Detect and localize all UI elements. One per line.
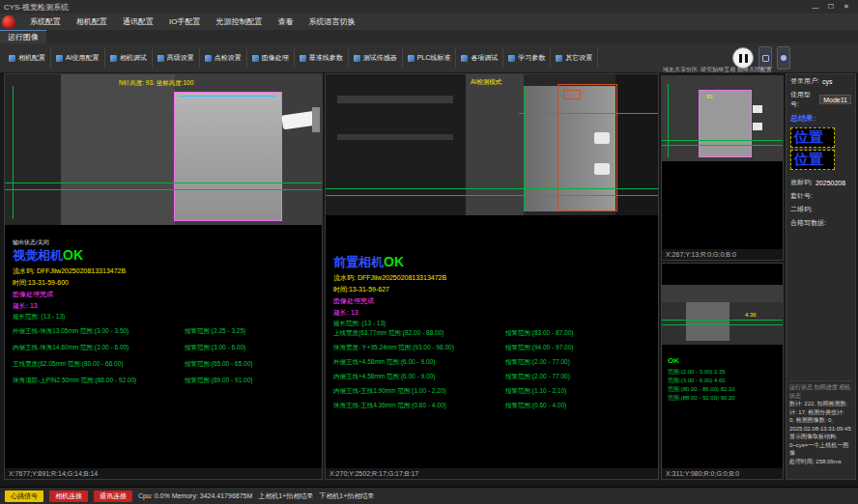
small-camera-panel-1: 93 X:267;Y:13;R:0;G:0;B:0 [661,75,784,261]
snapshot-icon [762,55,769,62]
left-measure-line-1 [5,182,322,183]
small2-result-ok: OK [668,356,679,365]
left-process-done: 图像处理完成 [13,290,126,299]
small2-line: 范围:(3.00 - 6.00) 4.60 [668,377,735,385]
code-value: 20250208 [815,180,845,186]
left-measure-line-3 [13,86,14,219]
login-label: 登录用户: [790,76,819,86]
menu-language[interactable]: 系统语言切换 [301,14,361,30]
small2-pixel-coords: X:311;Y:980;R:0;G:0;B:0 [662,468,783,479]
center-overlay-label: AI检测模式 [471,78,501,87]
center-machine-strip2 [337,134,453,140]
menu-io-config[interactable]: IO手配置 [162,14,207,30]
model-select[interactable]: Mode11 [819,95,851,104]
center-bright-spot-1 [594,132,610,144]
left-camera-view[interactable]: N针高度: 93. 坐标高度:100 [5,74,322,225]
center-measure-line-3 [519,113,658,114]
menu-light-config[interactable]: 光源控制配置 [209,14,269,30]
tool-camera-debug[interactable]: 相机调试 [105,48,153,68]
tool-camera-config[interactable]: 相机配置 [4,48,51,68]
small2-line: 范围:(88.00 - 92.00) 90.20 [668,394,735,403]
center-camera-view[interactable]: AI检测模式 [326,74,658,215]
small1-measure-line-3 [668,84,669,157]
left-measure-line-2 [5,189,322,190]
left-edge-line [179,96,275,97]
tool-advanced-settings[interactable]: 高级设置 [153,48,200,68]
menu-view[interactable]: 查看 [271,14,300,30]
qr-row: 二维码: [786,203,855,216]
close-button[interactable]: ✕ [839,1,854,13]
center-bright-spot-2 [594,163,610,175]
measurement-row: 珠海顶部-上PIN2.50mm 范围:(88.00 - 92.00)报警范围:(… [13,377,316,385]
tool-image-process[interactable]: 图像处理 [247,48,295,68]
center-machine-strip1 [337,96,453,103]
debug-items-icon [461,55,468,62]
comm-status-badge: 通讯连接 [94,490,132,502]
left-serial: 流水码: DFFJiiw2025020813313472B [13,266,126,276]
ai-config-icon [56,55,63,62]
menu-camera-config[interactable]: 相机配置 [70,14,114,30]
title-bar: CYS-视觉检测系统 — ☐ ✕ [0,0,858,14]
measurement-row: 珠海王线-王线4.36mm 范围:(0.60 - 4.00)报警范围:(0.60… [333,402,652,410]
spotcheck-icon [205,55,212,62]
center-range: 规长范围: (13 - 13) [333,320,446,328]
plc-standard-icon [408,55,415,62]
center-measurements: 上线宽度(63.77mm 范围:(82.00 - 88.00)报警范围:(83.… [333,329,652,416]
tool-baseline-params[interactable]: 基准线参数 [295,48,349,68]
tool-ai-config[interactable]: AI使用配置 [51,48,105,68]
small-camera-view-1[interactable]: 93 [662,76,783,161]
pin-row: 套针号: [786,189,855,203]
login-value: cys [822,78,833,85]
left-range: 规长范围: (13 - 13) [13,313,126,322]
small2-measure-line-2 [662,324,783,325]
tool-spotcheck[interactable]: 点检设置 [200,48,247,68]
left-overlay-label: N针高度: 93. 坐标高度:100 [119,79,193,88]
tool-learn-params[interactable]: 学习参数 [503,48,551,68]
center-count: 规长: 13 [333,308,446,318]
left-result-title: 视觉相机OK [13,247,126,265]
measurement-row: 王线宽度(62.05mm 范围:(80.00 - 66.00)报警范围:(65.… [13,360,316,369]
tool-sensor-test[interactable]: 测试传感器 [349,48,403,68]
other-settings-icon [556,55,562,62]
left-result-block: 输出状态/关闭 视觉相机OK 流水码: DFFJiiw2025020813313… [13,238,126,322]
maximize-button[interactable]: ☐ [823,1,839,13]
model-label: 使用型号: [790,90,816,109]
center-measure-line-2 [326,195,658,196]
result-display-2: 位置 [790,150,835,170]
tool-plc-standard[interactable]: PLC线标准 [403,48,457,68]
minimize-button[interactable]: — [808,1,823,13]
model-row: 使用型号: Mode11 [786,88,855,111]
measurement-row: 内侧王线+4.58mm 范围:(6.00 - 9.00)报警范围:(2.00 -… [333,373,652,381]
small1-bright-spot-1 [753,105,762,113]
left-cable-shape [312,107,320,132]
write-label: 合格写数据: [790,218,826,228]
small1-measure-line-1 [662,140,783,141]
app-logo-icon [2,15,15,29]
tab-row: 运行图像 [0,30,858,43]
center-result-ok: OK [384,254,404,269]
advanced-settings-icon [157,55,164,62]
heartbeat-status-badge: 心跳信号 [5,490,43,502]
app-window: CYS-视觉检测系统 — ☐ ✕ 系统配置 相机配置 通讯配置 IO手配置 光源… [0,0,858,504]
tool-debug-items[interactable]: 各项调试 [456,48,503,68]
center-time: 时间:13-31-59-627 [333,285,446,294]
tab-run-image[interactable]: 运行图像 [0,30,46,43]
center-measure-line-4 [524,86,525,211]
camera-config-icon [9,55,15,62]
center-result-block: 前置相机OK 流水码: DFFJiiw2025020813313472B 时间:… [333,254,446,328]
result-display-1: 位置 [790,127,835,148]
small1-bright-spot-2 [753,123,762,130]
camera-debug-icon [110,55,117,62]
menu-comm-config[interactable]: 通讯配置 [116,14,160,30]
status-message-2: 下相机1+拍相结果 [319,491,374,501]
left-output-state: 输出状态/关闭 [13,238,126,247]
stats-line: 处理时间: 258.09ms [789,458,852,466]
stats-block: 运行状态 拍照进度 相机状态 数计: 222, 拍照检测数: 计: 17, 检测… [789,380,852,465]
sensor-test-icon [354,55,360,62]
center-camera-panel: AI检测模式 前置相机OK 流水码: DFFJiiw20250208133134… [325,73,659,480]
tool-other-settings[interactable]: 其它设置 [551,48,598,68]
status-bar: 心跳信号 相机连接 通讯连接 Cpu: 0.0% Memory: 3424.41… [0,487,858,504]
small-camera-view-2[interactable]: 4.36 [662,285,783,345]
qr-label: 二维码: [790,205,813,214]
menu-system-config[interactable]: 系统配置 [23,14,68,30]
